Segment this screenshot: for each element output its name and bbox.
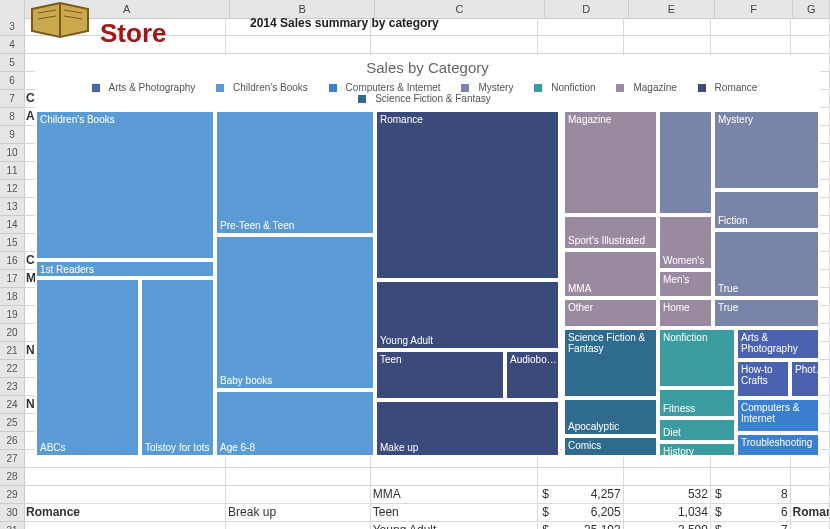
row-header[interactable]: 10 [0,144,24,162]
treemap-tile[interactable]: Young Adult [375,280,560,350]
treemap-tile[interactable]: Apocalyptic [563,398,658,436]
row-header[interactable]: 29 [0,486,24,504]
treemap-tile[interactable]: True [713,298,820,328]
treemap-tile[interactable]: Home [658,298,713,328]
cell[interactable] [24,486,226,503]
row-header[interactable]: 22 [0,360,24,378]
row-header[interactable]: 27 [0,450,24,468]
row-header[interactable]: 8 [0,108,24,126]
treemap-tile[interactable]: Other [563,298,658,328]
row-header[interactable]: 26 [0,432,24,450]
treemap-tile[interactable]: 1st Readers [35,260,215,278]
col-header-f[interactable]: F [715,0,793,18]
row-header[interactable]: 3 [0,18,24,36]
cell[interactable]: Romance7,037 [791,504,830,521]
table-row[interactable]: Romance Break up Teen $6,205 1,034 $6 Ro… [24,504,830,522]
treemap-plot[interactable]: Children's Books 1st Readers ABCs Tolsto… [35,110,820,457]
treemap-tile[interactable]: Age 6-8 [215,390,375,457]
treemap-tile[interactable]: Magazine [563,110,658,215]
row-header[interactable]: 13 [0,198,24,216]
cell[interactable]: Young Adult [371,522,539,529]
row-header[interactable]: 11 [0,162,24,180]
treemap-tile[interactable]: Fitness [658,388,736,418]
row-header[interactable]: 6 [0,72,24,90]
row-header[interactable]: 7 [0,90,24,108]
store-label: Store [100,18,166,49]
treemap-tile[interactable]: Baby books [215,235,375,390]
treemap-tile[interactable]: Pre-Teen & Teen [215,110,375,235]
row-header[interactable]: 17 [0,270,24,288]
row-header[interactable]: 18 [0,288,24,306]
book-icon [28,0,92,42]
treemap-tile[interactable]: Science Fiction & Fantasy [563,328,658,398]
treemap-tile[interactable]: Nonfiction [658,328,736,388]
cell[interactable]: 3,599 [624,522,711,529]
cell[interactable]: $25,193 [538,522,623,529]
chart-legend: Arts & Photography Children's Books Comp… [35,82,820,104]
treemap-tile[interactable]: History [658,442,736,457]
col-header-d[interactable]: D [545,0,629,18]
treemap-tile[interactable]: Arts & Photography [736,328,820,360]
row-header[interactable]: 28 [0,468,24,486]
treemap-tile[interactable]: Computers & Internet [736,398,820,433]
row-header[interactable]: 31 [0,522,24,529]
cell[interactable]: Break up [226,504,371,521]
cell[interactable] [791,486,830,503]
chart-title: Sales by Category [35,59,820,76]
row-header[interactable]: 15 [0,234,24,252]
row-header[interactable]: 23 [0,378,24,396]
cell[interactable]: 532 [624,486,711,503]
treemap-chart[interactable]: Sales by Category Arts & Photography Chi… [35,55,820,448]
treemap-tile[interactable]: MMA [563,250,658,298]
cell[interactable]: Romance [24,504,226,521]
row-header[interactable]: 12 [0,180,24,198]
cell[interactable] [24,522,226,529]
row-header[interactable]: 30 [0,504,24,522]
cell[interactable]: 1,034 [624,504,711,521]
table-row[interactable]: Young Adult $25,193 3,599 $7 [24,522,830,529]
treemap-tile[interactable]: Diet [658,418,736,442]
row-header[interactable]: 16 [0,252,24,270]
treemap-tile[interactable]: Make up [375,400,560,457]
row-header[interactable]: 20 [0,324,24,342]
treemap-tile[interactable]: Mystery [713,110,820,190]
treemap-tile[interactable]: True [713,230,820,298]
treemap-tile[interactable]: Troubleshooting [736,433,820,457]
cell[interactable] [791,522,830,529]
cell[interactable]: $6 [711,504,791,521]
treemap-tile[interactable] [658,110,713,215]
treemap-tile[interactable]: Tolstoy for tots [140,278,215,457]
cell[interactable] [226,522,371,529]
treemap-tile[interactable]: Romance [375,110,560,280]
treemap-tile[interactable]: Women's [658,215,713,270]
row-header[interactable]: 24 [0,396,24,414]
row-header[interactable]: 5 [0,54,24,72]
row-header[interactable]: 25 [0,414,24,432]
row-header[interactable]: 19 [0,306,24,324]
sheet-title: 2014 Sales summary by category [250,16,439,30]
cell[interactable] [226,486,371,503]
row-header[interactable]: 21 [0,342,24,360]
treemap-tile[interactable]: Fiction [713,190,820,230]
row-header[interactable]: 9 [0,126,24,144]
treemap-tile[interactable]: How-to Crafts [736,360,790,398]
cell[interactable]: MMA [371,486,539,503]
row-header[interactable]: 4 [0,36,24,54]
treemap-tile[interactable]: Sport's Illustrated [563,215,658,250]
col-header-e[interactable]: E [629,0,715,18]
cell[interactable]: $7 [711,522,791,529]
treemap-tile[interactable]: Audiobo… [505,350,560,400]
col-header-g[interactable]: G [793,0,830,18]
row-header[interactable]: 14 [0,216,24,234]
treemap-tile[interactable]: Children's Books [35,110,215,260]
cell[interactable]: $8 [711,486,791,503]
treemap-tile[interactable]: Phot… [790,360,820,398]
cell[interactable]: Teen [371,504,539,521]
treemap-tile[interactable]: Men's [658,270,713,298]
cell[interactable]: $4,257 [538,486,623,503]
treemap-tile[interactable]: Comics [563,436,658,457]
table-row[interactable]: MMA $4,257 532 $8 [24,486,830,504]
treemap-tile[interactable]: ABCs [35,278,140,457]
treemap-tile[interactable]: Teen [375,350,505,400]
cell[interactable]: $6,205 [538,504,623,521]
